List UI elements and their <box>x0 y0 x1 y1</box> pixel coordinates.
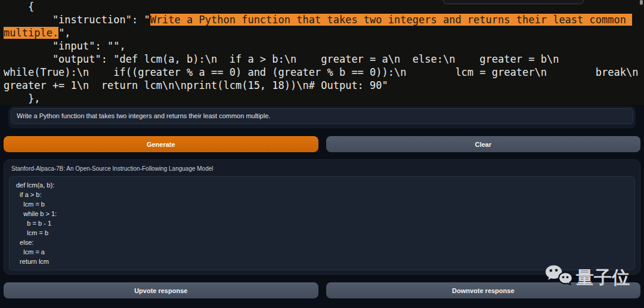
output-code-block[interactable]: def lcm(a, b): if a > b: lcm = b while b… <box>9 176 635 270</box>
output-code-line: def lcm(a, b): <box>16 180 628 190</box>
output-code-line: lcm = b <box>16 199 628 209</box>
watermark: 量子位 <box>545 264 630 290</box>
code-overlay-lines: { "instruction": "Write a Python functio… <box>0 0 644 105</box>
output-code-line: b = b - 1 <box>16 218 628 228</box>
instruction-input[interactable]: Write a Python function that takes two i… <box>11 108 633 124</box>
code-line: "output": "def lcm(a, b):\n if a > b:\n … <box>4 53 644 66</box>
upvote-button[interactable]: Upvote response <box>4 282 318 298</box>
output-code-line: lcm = a <box>16 247 628 257</box>
code-line: "input": "", <box>4 39 644 53</box>
generate-button[interactable]: Generate <box>4 136 318 152</box>
output-panel: Stanford-Alpaca-7B: An Open-Source Instr… <box>4 159 640 275</box>
page: { "instruction": "Write a Python functio… <box>0 0 644 308</box>
output-code-line: while b > 1: <box>16 209 628 218</box>
output-code-line: lcm = b <box>16 228 628 238</box>
action-button-row: Generate Clear <box>4 136 640 152</box>
wechat-icon <box>545 264 573 290</box>
output-code-line: return lcm <box>16 257 628 266</box>
watermark-text: 量子位 <box>576 269 630 287</box>
cutoff-top-element <box>443 0 584 4</box>
code-line: }, <box>4 92 644 105</box>
json-code-overlay: { "instruction": "Write a Python functio… <box>0 0 644 105</box>
code-line: greater += 1\n return lcm\n\nprint(lcm(1… <box>4 79 644 92</box>
scrollbar-thumb[interactable] <box>640 0 643 5</box>
output-code-line: if a > b: <box>16 190 628 199</box>
code-line: "instruction": "Write a Python function … <box>4 13 644 26</box>
code-line: multiple.", <box>4 26 644 39</box>
clear-button[interactable]: Clear <box>326 136 641 152</box>
code-line: while(True):\n if((greater % a == 0) and… <box>4 66 644 79</box>
output-code-line: else: <box>16 238 628 247</box>
instruction-input-block: Write a Python function that takes two i… <box>8 106 636 128</box>
output-panel-label: Stanford-Alpaca-7B: An Open-Source Instr… <box>11 165 634 172</box>
